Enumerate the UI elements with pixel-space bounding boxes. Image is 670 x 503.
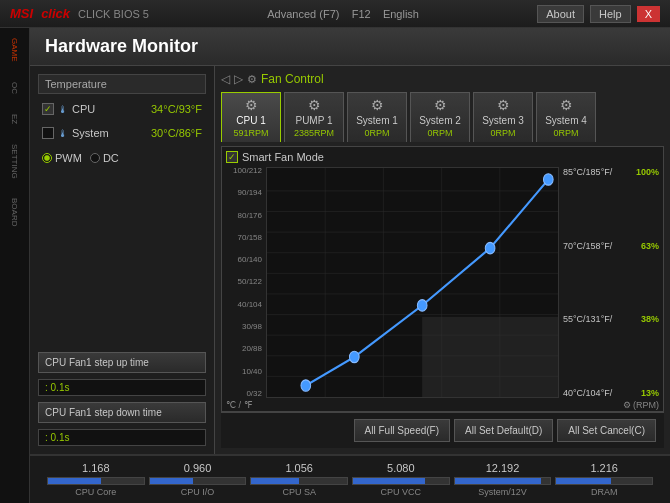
top-bar-right: About Help X — [537, 5, 660, 23]
temp-indicator-row: 55°C/131°F/ 38% — [563, 314, 659, 324]
voltage-bar-track — [47, 477, 145, 485]
temp-ind-temp: 55°C/131°F/ — [563, 314, 612, 324]
temp-unit-label: ℃ / ℉ — [226, 400, 253, 410]
voltage-section: 1.168 CPU Core 0.960 CPU I/O 1.056 CPU S… — [30, 454, 670, 503]
temp-ind-pct: 38% — [641, 314, 659, 324]
voltage-bar-track — [250, 477, 348, 485]
fan-icon: ⚙ — [497, 97, 510, 113]
voltage-bar-fill — [455, 478, 541, 484]
temp-ind-temp: 85°C/185°F/ — [563, 167, 612, 177]
breadcrumb-back-icon[interactable]: ◁ — [221, 72, 230, 86]
svg-point-14 — [301, 380, 311, 391]
y-axis-label: 60/140 — [238, 256, 262, 264]
y-axis-label: 20/88 — [242, 345, 262, 353]
smart-fan-checkbox[interactable]: ✓ — [226, 151, 238, 163]
language-label: English — [383, 8, 419, 20]
left-panel: Temperature ✓ 🌡 CPU 34°C/93°F 🌡 System 3… — [30, 66, 215, 454]
system-temp-label: System — [72, 127, 147, 139]
fan-tab-cpu1[interactable]: ⚙ CPU 1 591RPM — [221, 92, 281, 142]
step-down-button[interactable]: CPU Fan1 step down time — [38, 402, 206, 423]
fan-icon: ⚙ — [560, 97, 573, 113]
dc-option[interactable]: DC — [90, 152, 119, 164]
voltage-item: 5.080 CPU VCC — [350, 462, 452, 497]
fan-tab-sys1[interactable]: ⚙ System 1 0RPM — [347, 92, 407, 142]
svg-point-18 — [543, 174, 553, 185]
smart-fan-label: Smart Fan Mode — [242, 151, 324, 163]
hw-title: Hardware Monitor — [45, 36, 198, 56]
system-temp-row: 🌡 System 30°C/86°F — [38, 124, 206, 142]
fan-tab-sys4[interactable]: ⚙ System 4 0RPM — [536, 92, 596, 142]
set-cancel-button[interactable]: All Set Cancel(C) — [557, 419, 656, 442]
voltage-bar-fill — [353, 478, 425, 484]
rpm-unit-label: ⚙ (RPM) — [623, 400, 660, 410]
y-axis-label: 10/40 — [242, 368, 262, 376]
fan-tab-rpm: 0RPM — [553, 128, 578, 138]
fan-icon: ⚙ — [245, 97, 258, 113]
main-panel: Hardware Monitor Temperature ✓ 🌡 CPU 34°… — [30, 28, 670, 503]
voltage-bar-track — [555, 477, 653, 485]
temp-ind-pct: 100% — [636, 167, 659, 177]
cpu-checkbox[interactable]: ✓ — [42, 103, 54, 115]
voltage-item: 1.056 CPU SA — [248, 462, 350, 497]
fan-tab-sys3[interactable]: ⚙ System 3 0RPM — [473, 92, 533, 142]
nav-breadcrumb: ◁ ▷ ⚙ Fan Control — [221, 72, 664, 86]
y-axis-label: 90/194 — [238, 189, 262, 197]
voltage-bar-fill — [150, 478, 193, 484]
pwm-radio[interactable] — [42, 153, 52, 163]
chart-y-axis: 100/21290/19480/17670/15860/14050/12240/… — [226, 167, 266, 398]
temp-ind-temp: 40°C/104°F/ — [563, 388, 612, 398]
fan-curve-chart[interactable] — [267, 168, 558, 397]
temperature-header: Temperature — [38, 74, 206, 94]
sidebar-item-game[interactable]: GAME — [10, 38, 19, 62]
y-axis-label: 80/176 — [238, 212, 262, 220]
voltage-item: 1.216 DRAM — [553, 462, 655, 497]
bottom-buttons: All Full Speed(F) All Set Default(D) All… — [221, 412, 664, 448]
pwm-dc-row: PWM DC — [38, 148, 206, 168]
step-down-value: : 0.1s — [38, 429, 206, 446]
voltage-item: 0.960 CPU I/O — [147, 462, 249, 497]
fan-icon: ⚙ — [434, 97, 447, 113]
voltage-label: DRAM — [591, 487, 618, 497]
bios-title: CLICK BIOS 5 — [78, 8, 149, 20]
about-button[interactable]: About — [537, 5, 584, 23]
step-up-button[interactable]: CPU Fan1 step up time — [38, 352, 206, 373]
svg-point-15 — [349, 351, 359, 362]
y-axis-label: 50/122 — [238, 278, 262, 286]
voltage-bar-track — [149, 477, 247, 485]
set-default-button[interactable]: All Set Default(D) — [454, 419, 553, 442]
voltage-bar-fill — [48, 478, 101, 484]
close-button[interactable]: X — [637, 6, 660, 22]
fan-tab-label: CPU 1 — [236, 115, 265, 126]
fan-icon: ⚙ — [371, 97, 384, 113]
breadcrumb-icon: ⚙ — [247, 73, 257, 86]
full-speed-button[interactable]: All Full Speed(F) — [354, 419, 450, 442]
dc-label: DC — [103, 152, 119, 164]
temp-indicator-row: 85°C/185°F/ 100% — [563, 167, 659, 177]
smart-checkmark-icon: ✓ — [228, 152, 236, 162]
sidebar-item-setting[interactable]: SETTING — [10, 144, 19, 179]
sidebar-item-oc[interactable]: OC — [10, 82, 19, 94]
breadcrumb-forward-icon[interactable]: ▷ — [234, 72, 243, 86]
system-checkbox[interactable] — [42, 127, 54, 139]
system-temp-icon: 🌡 — [58, 128, 68, 139]
sidebar-item-ez[interactable]: EZ — [10, 114, 19, 124]
cpu-temp-label: CPU — [72, 103, 147, 115]
pwm-label: PWM — [55, 152, 82, 164]
help-button[interactable]: Help — [590, 5, 631, 23]
fan-tab-pump1[interactable]: ⚙ PUMP 1 2385RPM — [284, 92, 344, 142]
cpu-temp-icon: 🌡 — [58, 104, 68, 115]
y-axis-label: 40/104 — [238, 301, 262, 309]
pwm-option[interactable]: PWM — [42, 152, 82, 164]
fan-tab-rpm: 0RPM — [490, 128, 515, 138]
fan-control-area: Temperature ✓ 🌡 CPU 34°C/93°F 🌡 System 3… — [30, 66, 670, 454]
chart-svg-container — [266, 167, 559, 398]
temp-indicators: 85°C/185°F/ 100% 70°C/158°F/ 63% 55°C/13… — [559, 167, 659, 398]
voltage-label: CPU I/O — [181, 487, 215, 497]
voltage-label: System/12V — [478, 487, 527, 497]
top-bar-center: Advanced (F7) F12 English — [267, 8, 419, 20]
fan-tab-sys2[interactable]: ⚙ System 2 0RPM — [410, 92, 470, 142]
dc-radio[interactable] — [90, 153, 100, 163]
fan-tab-label: PUMP 1 — [295, 115, 332, 126]
left-sidebar: GAME OC EZ SETTING BOARD — [0, 28, 30, 503]
sidebar-item-board[interactable]: BOARD — [10, 198, 19, 226]
